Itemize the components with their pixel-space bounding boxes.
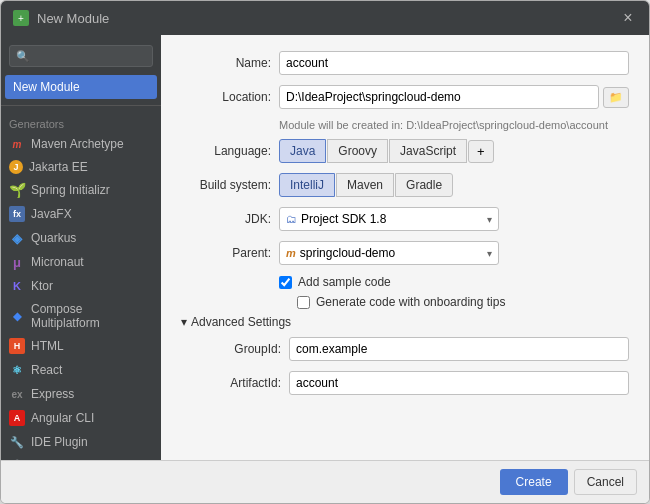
- react-icon: ⚛: [9, 362, 25, 378]
- sidebar-item-compose-multiplatform[interactable]: ◆ Compose Multiplatform: [1, 298, 161, 334]
- generate-tips-checkbox[interactable]: [297, 296, 310, 309]
- advanced-section: ▾ Advanced Settings GroupId: ArtifactId:: [181, 315, 629, 395]
- javafx-icon: fx: [9, 206, 25, 222]
- sidebar-item-label: JavaFX: [31, 207, 72, 221]
- dialog-title: New Module: [37, 11, 109, 26]
- advanced-chevron-icon: ▾: [181, 315, 187, 329]
- jdk-select[interactable]: 🗂 Project SDK 1.8 ▾: [279, 207, 499, 231]
- build-system-button-group: IntelliJ Maven Gradle: [279, 173, 453, 197]
- sidebar-item-label: HTML: [31, 339, 64, 353]
- sidebar-item-ide-plugin[interactable]: 🔧 IDE Plugin: [1, 430, 161, 454]
- spring-icon: 🌱: [9, 182, 25, 198]
- jdk-dropdown-arrow: ▾: [487, 214, 492, 225]
- advanced-label: Advanced Settings: [191, 315, 291, 329]
- name-input[interactable]: [279, 51, 629, 75]
- jdk-icon: 🗂: [286, 213, 297, 225]
- html-icon: H: [9, 338, 25, 354]
- name-row: Name:: [181, 51, 629, 75]
- jdk-label: JDK:: [181, 212, 271, 226]
- sidebar-item-javafx[interactable]: fx JavaFX: [1, 202, 161, 226]
- main-panel: Name: Location: 📁 Module will be created…: [161, 35, 649, 460]
- maven-icon: m: [9, 136, 25, 152]
- sidebar-item-maven-archetype[interactable]: m Maven Archetype: [1, 132, 161, 156]
- artifactid-label: ArtifactId:: [191, 376, 281, 390]
- artifactid-input[interactable]: [289, 371, 629, 395]
- add-sample-row: Add sample code: [279, 275, 629, 289]
- quarkus-icon: ◈: [9, 230, 25, 246]
- language-add-button[interactable]: +: [468, 140, 494, 163]
- sidebar-item-angular-cli[interactable]: A Angular CLI: [1, 406, 161, 430]
- micronaut-icon: μ: [9, 254, 25, 270]
- browse-button[interactable]: 📁: [603, 87, 629, 108]
- sidebar-item-label: Quarkus: [31, 231, 76, 245]
- footer: Create Cancel: [1, 460, 649, 503]
- create-button[interactable]: Create: [500, 469, 568, 495]
- close-button[interactable]: ×: [619, 9, 637, 27]
- new-module-dialog: + New Module × 🔍 New Module Generators m…: [0, 0, 650, 504]
- sidebar-item-spring-initializr[interactable]: 🌱 Spring Initializr: [1, 178, 161, 202]
- parent-row: Parent: m springcloud-demo ▾: [181, 241, 629, 265]
- sidebar-item-ktor[interactable]: K Ktor: [1, 274, 161, 298]
- sidebar-item-label: React: [31, 363, 62, 377]
- angular-icon: A: [9, 410, 25, 426]
- sidebar: 🔍 New Module Generators m Maven Archetyp…: [1, 35, 161, 460]
- ktor-icon: K: [9, 278, 25, 294]
- add-sample-checkbox[interactable]: [279, 276, 292, 289]
- build-system-row: Build system: IntelliJ Maven Gradle: [181, 173, 629, 197]
- search-icon: 🔍: [16, 50, 30, 63]
- search-input[interactable]: [34, 49, 146, 63]
- new-module-button[interactable]: New Module: [5, 75, 157, 99]
- advanced-toggle[interactable]: ▾ Advanced Settings: [181, 315, 629, 329]
- sidebar-item-label: Compose Multiplatform: [31, 302, 153, 330]
- parent-dropdown-arrow: ▾: [487, 248, 492, 259]
- sidebar-item-express[interactable]: ex Express: [1, 382, 161, 406]
- build-system-label: Build system:: [181, 178, 271, 192]
- groupid-row: GroupId:: [191, 337, 629, 361]
- title-bar: + New Module ×: [1, 1, 649, 35]
- sidebar-item-label: Micronaut: [31, 255, 84, 269]
- search-box[interactable]: 🔍: [9, 45, 153, 67]
- sidebar-item-label: Express: [31, 387, 74, 401]
- sidebar-item-label: Maven Archetype: [31, 137, 124, 151]
- cancel-button[interactable]: Cancel: [574, 469, 637, 495]
- build-maven-button[interactable]: Maven: [336, 173, 394, 197]
- compose-icon: ◆: [9, 308, 25, 324]
- language-groovy-button[interactable]: Groovy: [327, 139, 388, 163]
- add-sample-label: Add sample code: [298, 275, 391, 289]
- artifactid-row: ArtifactId:: [191, 371, 629, 395]
- build-gradle-button[interactable]: Gradle: [395, 173, 453, 197]
- sidebar-item-micronaut[interactable]: μ Micronaut: [1, 250, 161, 274]
- build-intellij-button[interactable]: IntelliJ: [279, 173, 335, 197]
- sidebar-item-html[interactable]: H HTML: [1, 334, 161, 358]
- sidebar-item-react[interactable]: ⚛ React: [1, 358, 161, 382]
- jdk-value: Project SDK 1.8: [301, 212, 487, 226]
- location-row: Location: 📁: [181, 85, 629, 109]
- sidebar-item-quarkus[interactable]: ◈ Quarkus: [1, 226, 161, 250]
- generate-tips-row: Generate code with onboarding tips: [279, 295, 629, 309]
- sidebar-item-label: Angular CLI: [31, 411, 94, 425]
- location-hint: Module will be created in: D:\IdeaProjec…: [279, 119, 629, 131]
- language-javascript-button[interactable]: JavaScript: [389, 139, 467, 163]
- language-java-button[interactable]: Java: [279, 139, 326, 163]
- sidebar-item-label: Ktor: [31, 279, 53, 293]
- advanced-content: GroupId: ArtifactId:: [181, 337, 629, 395]
- parent-value: springcloud-demo: [300, 246, 487, 260]
- groupid-label: GroupId:: [191, 342, 281, 356]
- sidebar-item-label: Spring Initializr: [31, 183, 110, 197]
- location-label: Location:: [181, 90, 271, 104]
- jakarta-icon: J: [9, 160, 23, 174]
- sidebar-item-label: Jakarta EE: [29, 160, 88, 174]
- generators-label: Generators: [1, 110, 161, 132]
- language-label: Language:: [181, 144, 271, 158]
- sidebar-item-jakarta-ee[interactable]: J Jakarta EE: [1, 156, 161, 178]
- parent-label: Parent:: [181, 246, 271, 260]
- main-content: 🔍 New Module Generators m Maven Archetyp…: [1, 35, 649, 460]
- groupid-input[interactable]: [289, 337, 629, 361]
- parent-select[interactable]: m springcloud-demo ▾: [279, 241, 499, 265]
- parent-icon: m: [286, 247, 296, 259]
- generate-tips-label: Generate code with onboarding tips: [316, 295, 505, 309]
- jdk-row: JDK: 🗂 Project SDK 1.8 ▾: [181, 207, 629, 231]
- language-button-group: Java Groovy JavaScript +: [279, 139, 494, 163]
- folder-icon: 📁: [609, 91, 623, 103]
- location-input[interactable]: [279, 85, 599, 109]
